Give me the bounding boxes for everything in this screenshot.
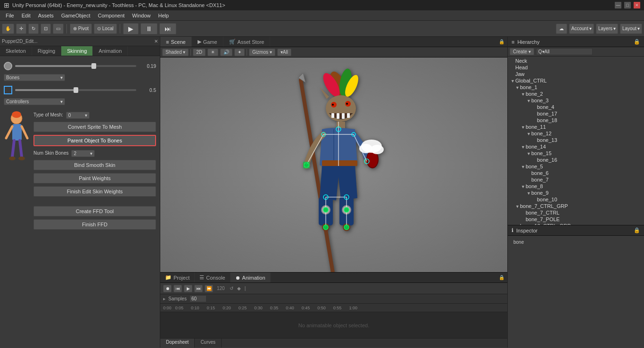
tab-game[interactable]: ▶ Game [192, 37, 223, 47]
pivot-button[interactable]: ⊕ Pivot [70, 24, 92, 34]
anim-play-button[interactable]: ▶ [184, 285, 192, 292]
dopesheet-tab[interactable]: Dopesheet [160, 339, 195, 348]
lock-hierarchy-icon[interactable]: 🔒 [634, 39, 640, 45]
list-item[interactable]: ▼bone_9 [508, 190, 644, 196]
all-filter-button[interactable]: ▾All [277, 49, 291, 56]
scale-tool-button[interactable]: ⊡ [41, 24, 51, 34]
lock-inspector-icon[interactable]: 🔒 [634, 227, 640, 233]
list-item[interactable]: ▼bone_14 [508, 143, 644, 150]
tab-asset-store[interactable]: 🛒 Asset Store [223, 37, 271, 47]
anim-add-event-button[interactable]: | [244, 286, 247, 291]
bones-dropdown[interactable]: Bones ▾ [4, 73, 156, 81]
minimize-button[interactable]: — [615, 2, 621, 8]
list-item[interactable]: Head [508, 64, 644, 71]
list-item[interactable]: ▼Global_CTRL [508, 77, 644, 84]
tab-scene[interactable]: ≡ Scene [160, 37, 192, 47]
anim-key-button[interactable]: ◆ [236, 286, 242, 291]
audio-toggle[interactable]: 🔊 [220, 49, 232, 56]
list-item[interactable]: bone_17 [508, 110, 644, 117]
list-item[interactable]: ▼bone_2 [508, 91, 644, 97]
move-tool-button[interactable]: ✛ [16, 24, 26, 34]
menu-file[interactable]: File [2, 12, 18, 19]
pause-button[interactable]: ⏸ [140, 23, 157, 34]
layout-dropdown[interactable]: Layout ▾ [620, 24, 642, 34]
size-slider[interactable] [15, 65, 136, 67]
anim-record-button[interactable]: ⏺ [163, 285, 172, 292]
list-item[interactable]: bone_18 [508, 117, 644, 124]
2d-button[interactable]: 2D [193, 49, 206, 56]
samples-arrow[interactable]: ▸ [163, 296, 165, 301]
local-button[interactable]: ⊙ Local [94, 24, 117, 34]
anim-prev-key-button[interactable]: ⏮ [173, 285, 182, 292]
convert-sprite-button[interactable]: Convert Sprite To Mesh [33, 122, 156, 132]
type-of-mesh-dropdown[interactable]: 0 ▾ [66, 112, 90, 119]
step-button[interactable]: ⏭ [159, 23, 176, 34]
light-toggle[interactable]: ☀ [207, 49, 218, 56]
anim-next-key-button[interactable]: ⏭ [194, 285, 203, 292]
tab-animation[interactable]: ⏺ Animation [231, 273, 271, 282]
menu-gameobject[interactable]: GameObject [58, 12, 94, 19]
list-item[interactable]: bone_10 [508, 196, 644, 203]
tab-skinning[interactable]: Skinning [61, 46, 93, 56]
list-item[interactable]: ▼bone_8 [508, 183, 644, 190]
cloud-button[interactable]: ☁ [556, 24, 567, 34]
viewport-canvas[interactable] [160, 58, 507, 272]
tab-console[interactable]: ☰ Console [195, 273, 230, 282]
list-item[interactable]: Jaw [508, 71, 644, 77]
list-item[interactable]: ▼bone_11 [508, 124, 644, 130]
list-item[interactable]: bone_6 [508, 170, 644, 176]
controllers-dropdown[interactable]: Controllers ▾ [4, 97, 156, 105]
hand-tool-button[interactable]: ✋ [2, 24, 14, 34]
parent-object-button[interactable]: Parent Object To Bones [33, 135, 156, 146]
menu-help[interactable]: Help [154, 12, 173, 19]
tab-rigging[interactable]: Rigging [32, 46, 61, 56]
list-item[interactable]: ▼bone_3 [508, 97, 644, 104]
tab-project[interactable]: 📁 Project [160, 273, 195, 282]
samples-input[interactable] [190, 295, 206, 302]
num-skin-bones-dropdown[interactable]: 2 ▾ [71, 150, 95, 157]
shaded-button[interactable]: Shaded ▾ [162, 49, 189, 56]
layers-dropdown[interactable]: Layers ▾ [596, 24, 618, 34]
anim-last-frame-button[interactable]: ⏩ [205, 285, 213, 292]
anim-extra-button[interactable]: ↺ [229, 286, 234, 291]
paint-weights-button[interactable]: Paint Weights [33, 173, 156, 183]
list-item[interactable]: ▼bone_12 [508, 130, 644, 137]
list-item[interactable]: ▼bone_7_CTRL_GRP [508, 203, 644, 209]
effect-toggle[interactable]: ✦ [234, 49, 245, 56]
maximize-button[interactable]: □ [624, 2, 631, 8]
rotate-tool-button[interactable]: ↻ [28, 24, 39, 34]
list-item[interactable]: Neck [508, 58, 644, 64]
curves-tab[interactable]: Curves [195, 339, 222, 348]
ctrl-slider-thumb[interactable] [74, 87, 78, 93]
create-ffd-button[interactable]: Create FFD Tool [33, 206, 156, 216]
close-button[interactable]: ✕ [634, 2, 640, 8]
ctrl-slider[interactable] [15, 89, 136, 91]
list-item[interactable]: ▼bone_15 [508, 150, 644, 157]
list-item[interactable]: bone_4 [508, 104, 644, 110]
list-item[interactable]: bone_13 [508, 137, 644, 143]
tab-skeleton[interactable]: Skeleton [0, 46, 32, 56]
list-item[interactable]: bone_7 [508, 176, 644, 183]
list-item[interactable]: bone_16 [508, 157, 644, 163]
menu-window[interactable]: Window [128, 12, 154, 19]
list-item[interactable]: bone_7_CTRL [508, 209, 644, 216]
list-item[interactable]: ▼bone_1 [508, 84, 644, 91]
size-slider-thumb[interactable] [91, 63, 96, 69]
menu-edit[interactable]: Edit [18, 12, 34, 19]
rect-tool-button[interactable]: ▭ [53, 24, 64, 34]
account-dropdown[interactable]: Account ▾ [569, 24, 594, 34]
finish-edit-button[interactable]: Finish Edit Skin Weights [33, 186, 156, 197]
hierarchy-search[interactable] [536, 48, 593, 55]
timeline-body[interactable]: No animatable object selected. [160, 312, 507, 338]
menu-component[interactable]: Component [94, 12, 128, 19]
play-button[interactable]: ▶ [123, 23, 139, 34]
create-button[interactable]: Create ▾ [510, 48, 534, 55]
tab-animation[interactable]: Animation [93, 46, 128, 56]
menu-assets[interactable]: Assets [34, 12, 58, 19]
bind-smooth-button[interactable]: Bind Smooth Skin [33, 160, 156, 170]
panel-close-icon[interactable]: ✕ [154, 39, 158, 44]
list-item[interactable]: ▼bone_5 [508, 163, 644, 170]
lock-scene-icon[interactable]: 🔒 [499, 39, 504, 44]
lock-bottom-icon[interactable]: 🔒 [499, 275, 504, 280]
gizmos-button[interactable]: Gizmos ▾ [249, 49, 275, 56]
